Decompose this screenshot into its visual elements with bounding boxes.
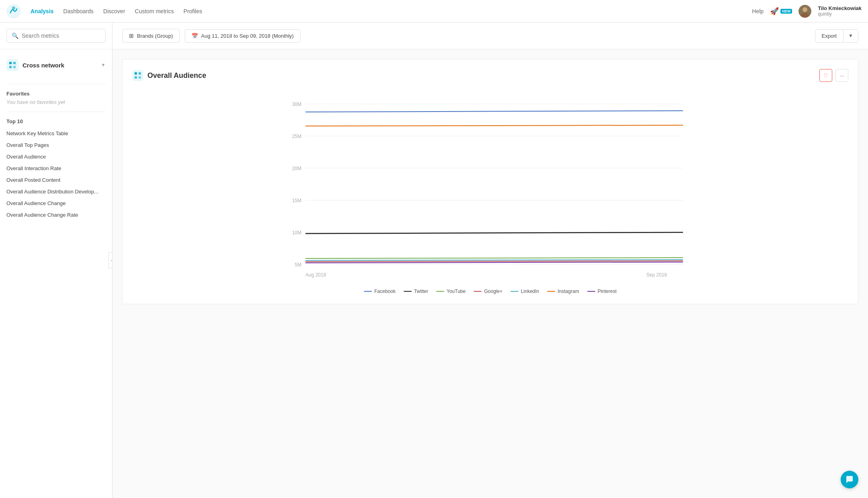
svg-line-28 [306, 258, 683, 258]
divider-2 [6, 112, 106, 112]
brands-icon: ⊞ [129, 33, 134, 39]
brands-button[interactable]: ⊞ Brands (Group) [122, 29, 180, 43]
favorite-button[interactable]: ♡ [819, 69, 832, 82]
chart-title-wrap: Overall Audience [132, 70, 206, 81]
legend-googleplus: Google+ [474, 289, 502, 294]
cross-network-header[interactable]: Cross network ▼ [6, 56, 106, 74]
user-name: Tilo Kmieckowiak [818, 5, 862, 11]
svg-text:30M: 30M [292, 102, 301, 107]
svg-rect-10 [139, 72, 141, 75]
export-dropdown-button[interactable]: ▼ [843, 30, 858, 42]
svg-rect-8 [13, 66, 16, 68]
user-org: quintly [818, 11, 862, 17]
svg-text:10M: 10M [292, 230, 301, 236]
export-button[interactable]: Export [815, 30, 844, 42]
legend-youtube: YouTube [436, 289, 466, 294]
chart-card: Overall Audience ♡ ··· 30M 25M 20M 15M [122, 59, 858, 304]
user-info: Tilo Kmieckowiak quintly [818, 5, 862, 17]
toolbar: ⊞ Brands (Group) 📅 Aug 11, 2018 to Sep 0… [112, 22, 868, 49]
sidebar-collapse-button[interactable]: ◀ [108, 252, 112, 268]
svg-text:Aug 2018: Aug 2018 [306, 272, 327, 278]
search-input-wrap[interactable]: 🔍 [6, 29, 106, 43]
help-link[interactable]: Help [752, 8, 764, 14]
legend-label-linkedin: LinkedIn [521, 289, 539, 294]
brands-label: Brands (Group) [137, 33, 173, 39]
app-logo[interactable] [6, 4, 21, 18]
legend-facebook: Facebook [364, 289, 396, 294]
svg-rect-6 [13, 62, 16, 64]
avatar[interactable] [799, 5, 811, 18]
top10-section: Top 10 Network Key Metrics Table Overall… [0, 115, 112, 227]
app-layout: 🔍 Cross network ▼ Favorites [0, 22, 868, 498]
legend-linkedin: LinkedIn [511, 289, 539, 294]
sidebar-item-overall-audience-change-rate[interactable]: Overall Audience Change Rate [6, 209, 106, 221]
top-nav: Analysis Dashboards Discover Custom metr… [0, 0, 868, 22]
date-range-label: Aug 11, 2018 to Sep 09, 2018 (Monthly) [201, 33, 294, 39]
chart-svg: 30M 25M 20M 15M 10M 5M [132, 90, 848, 283]
legend-twitter: Twitter [404, 289, 428, 294]
nav-profiles[interactable]: Profiles [184, 6, 202, 16]
chart-title: Overall Audience [147, 71, 206, 80]
new-badge: new [780, 9, 792, 14]
legend-label-facebook: Facebook [374, 289, 396, 294]
sidebar-item-network-key-metrics[interactable]: Network Key Metrics Table [6, 128, 106, 139]
nav-custom-metrics[interactable]: Custom metrics [135, 6, 174, 16]
search-box: 🔍 [0, 22, 112, 49]
svg-rect-9 [135, 72, 137, 75]
svg-rect-11 [135, 76, 137, 79]
legend-pinterest: Pinterest [587, 289, 617, 294]
svg-point-3 [803, 7, 807, 12]
sidebar-item-overall-audience-dist[interactable]: Overall Audience Distribution Develop... [6, 186, 106, 197]
chat-fab-button[interactable] [841, 471, 858, 488]
chevron-down-icon: ▼ [101, 62, 106, 68]
svg-line-26 [306, 125, 683, 126]
cross-network-label: Cross network [22, 62, 97, 69]
favorites-title: Favorites [6, 91, 106, 97]
more-options-button[interactable]: ··· [835, 69, 848, 82]
legend-label-pinterest: Pinterest [598, 289, 617, 294]
svg-text:20M: 20M [292, 166, 301, 171]
sidebar-item-overall-interaction-rate[interactable]: Overall Interaction Rate [6, 163, 106, 174]
nav-analysis[interactable]: Analysis [31, 6, 54, 16]
legend-label-googleplus: Google+ [484, 289, 502, 294]
favorites-empty: You have no favorites yet [6, 99, 106, 105]
legend-label-twitter: Twitter [414, 289, 428, 294]
nav-dashboards[interactable]: Dashboards [63, 6, 94, 16]
rocket-button[interactable]: 🚀 new [770, 7, 792, 16]
nav-discover[interactable]: Discover [103, 6, 125, 16]
svg-rect-7 [9, 66, 12, 68]
cross-network-icon [6, 59, 18, 71]
svg-line-25 [306, 111, 683, 112]
svg-text:25M: 25M [292, 134, 301, 139]
svg-point-1 [12, 6, 15, 10]
chart-icon [132, 70, 143, 81]
legend-line-youtube [436, 291, 444, 292]
sidebar-item-overall-top-pages[interactable]: Overall Top Pages [6, 139, 106, 151]
legend-line-googleplus [474, 291, 482, 292]
chart-legend: Facebook Twitter YouTube Google+ [132, 289, 848, 294]
svg-line-29 [306, 260, 683, 260]
sidebar: 🔍 Cross network ▼ Favorites [0, 22, 112, 498]
chart-header: Overall Audience ♡ ··· [132, 69, 848, 82]
chart-svg-wrap: 30M 25M 20M 15M 10M 5M [132, 90, 848, 284]
cross-network-section: Cross network ▼ [0, 49, 112, 81]
favorites-section: Favorites You have no favorites yet [0, 87, 112, 108]
sidebar-item-overall-audience[interactable]: Overall Audience [6, 151, 106, 163]
search-icon: 🔍 [12, 33, 18, 39]
svg-line-30 [306, 261, 683, 262]
legend-line-pinterest [587, 291, 595, 292]
nav-links: Analysis Dashboards Discover Custom metr… [31, 6, 742, 16]
calendar-icon: 📅 [192, 33, 198, 39]
legend-line-linkedin [511, 291, 519, 292]
sidebar-item-overall-audience-change[interactable]: Overall Audience Change [6, 197, 106, 209]
legend-label-instagram: Instagram [558, 289, 579, 294]
svg-rect-12 [139, 76, 141, 79]
legend-instagram: Instagram [547, 289, 579, 294]
search-input[interactable] [22, 33, 100, 39]
svg-text:5M: 5M [295, 262, 302, 268]
legend-line-instagram [547, 291, 555, 292]
sidebar-item-overall-posted-content[interactable]: Overall Posted Content [6, 174, 106, 186]
legend-label-youtube: YouTube [447, 289, 466, 294]
date-range-button[interactable]: 📅 Aug 11, 2018 to Sep 09, 2018 (Monthly) [185, 29, 301, 43]
svg-line-31 [306, 262, 683, 263]
